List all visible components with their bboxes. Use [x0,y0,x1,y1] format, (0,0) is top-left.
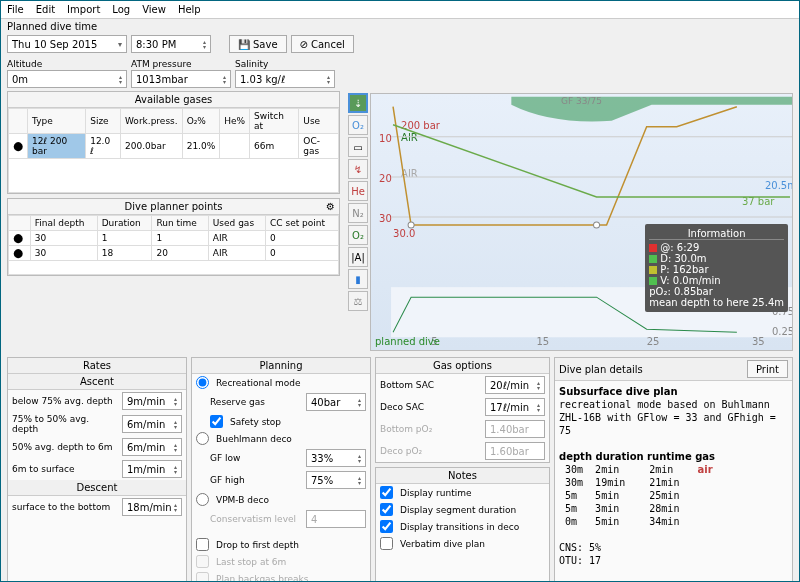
dive-plan-details: Dive plan detailsPrint Subsurface dive p… [554,357,793,582]
tool-tank[interactable]: ▮ [348,269,368,289]
salinity-field[interactable]: 1.03 kg/ℓ▴▾ [235,70,335,88]
deco-po2-field: 1.60bar [485,442,545,460]
gf-low-field[interactable]: 33%▴▾ [306,449,366,467]
table-row[interactable]: ⬤3011AIR0 [9,231,339,246]
svg-text:30: 30 [379,213,392,224]
notes-group: Notes Display runtime Display segment du… [375,467,550,582]
tool-profile[interactable]: ⇣ [348,93,368,113]
reserve-gas-field[interactable]: 40bar▴▾ [306,393,366,411]
check-last-6m [196,555,209,568]
menu-view[interactable]: View [142,4,166,15]
menubar: File Edit Import Log View Help [1,1,799,19]
cylinder-icon: ⬤ [9,134,28,159]
check-verbatim[interactable] [380,537,393,550]
salinity-label: Salinity [235,59,335,69]
save-button[interactable]: 💾Save [229,35,287,53]
conservatism-field: 4 [306,510,366,528]
bottom-po2-field: 1.40bar [485,420,545,438]
rate-75-50[interactable]: 6m/min▴▾ [122,415,182,433]
cancel-button[interactable]: ⊘Cancel [291,35,354,53]
tool-o2[interactable]: O₂ [348,225,368,245]
available-gases-title: Available gases [8,92,339,108]
rate-below75[interactable]: 9m/min▴▾ [122,392,182,410]
planner-points-panel: Dive planner points⚙ Final depthDuration… [7,198,340,276]
chevron-down-icon: ▾ [118,40,122,49]
check-disp-runtime[interactable] [380,486,393,499]
print-button[interactable]: Print [747,360,788,378]
rate-descent[interactable]: 18m/min▴▾ [122,498,182,516]
menu-import[interactable]: Import [67,4,100,15]
gases-table[interactable]: TypeSizeWork.press.O₂%He%Switch atUse ⬤1… [8,108,339,193]
gas-options-group: Gas options Bottom SAC20ℓ/min▴▾ Deco SAC… [375,357,550,463]
svg-text:30.0: 30.0 [393,228,415,239]
check-backgas [196,572,209,582]
check-disp-segment[interactable] [380,503,393,516]
date-combo[interactable]: Thu 10 Sep 2015▾ [7,35,127,53]
atm-field[interactable]: 1013mbar▴▾ [131,70,231,88]
tool-po2[interactable]: O₂ [348,115,368,135]
gf-high-field[interactable]: 75%▴▾ [306,471,366,489]
altitude-label: Altitude [7,59,127,69]
svg-text:35: 35 [752,336,765,347]
tool-ruler[interactable]: |A| [348,247,368,267]
radio-vpmb[interactable] [196,493,209,506]
radio-buehlmann[interactable] [196,432,209,445]
save-icon: 💾 [238,39,250,50]
svg-text:0.25: 0.25 [772,326,792,337]
check-disp-trans [380,520,393,533]
check-safety-stop[interactable] [210,415,223,428]
planned-dive-time-label: Planned dive time [7,21,97,32]
tool-phe[interactable]: ↯ [348,159,368,179]
rates-group: Rates Ascent below 75% avg. depth9m/min▴… [7,357,187,582]
table-row[interactable]: ⬤12ℓ 200 bar12.0 ℓ200.0bar21.0%66mOC-gas [9,134,339,159]
plan-text: Subsurface dive plan recreational mode b… [555,381,792,582]
cancel-icon: ⊘ [300,39,308,50]
svg-point-12 [408,222,414,228]
info-tooltip: Information @: 6:29 D: 30.0m P: 162bar V… [645,224,788,312]
svg-text:15: 15 [536,336,549,347]
svg-text:25: 25 [647,336,660,347]
time-spinner[interactable]: 8:30 PM▴▾ [131,35,211,53]
svg-text:10: 10 [379,133,392,144]
svg-text:planned dive: planned dive [375,336,440,347]
altitude-field[interactable]: 0m▴▾ [7,70,127,88]
profile-toolbar: ⇣ O₂ ▭ ↯ He N₂ O₂ |A| ▮ ⚖ [346,91,370,353]
menu-help[interactable]: Help [178,4,201,15]
planner-points-title: Dive planner points⚙ [8,199,339,215]
dive-profile-chart[interactable]: GF 33/75 10 20 30 200 bar AIR AIR 20.5m … [370,93,793,351]
tool-pn2[interactable]: ▭ [348,137,368,157]
menu-log[interactable]: Log [112,4,130,15]
menu-edit[interactable]: Edit [36,4,55,15]
tool-n2[interactable]: N₂ [348,203,368,223]
gear-icon[interactable]: ⚙ [326,201,335,212]
cylinder-icon: ⬤ [9,246,31,261]
rate-6-surface[interactable]: 1m/min▴▾ [122,460,182,478]
planning-group: Planning Recreational mode Reserve gas40… [191,357,371,582]
gf-label: GF 33/75 [561,96,602,106]
menu-file[interactable]: File [7,4,24,15]
planner-table[interactable]: Final depthDurationRun timeUsed gasCC se… [8,215,339,275]
deco-sac-field[interactable]: 17ℓ/min▴▾ [485,398,545,416]
radio-recreational[interactable] [196,376,209,389]
svg-text:20: 20 [379,173,392,184]
available-gases-panel: Available gases TypeSizeWork.press.O₂%He… [7,91,340,194]
atm-label: ATM pressure [131,59,231,69]
table-row[interactable]: ⬤301820AIR0 [9,246,339,261]
svg-text:37 bar: 37 bar [742,196,775,207]
cylinder-icon: ⬤ [9,231,31,246]
tool-scale[interactable]: ⚖ [348,291,368,311]
svg-text:20.5m: 20.5m [765,180,792,191]
tool-he[interactable]: He [348,181,368,201]
check-drop-first[interactable] [196,538,209,551]
rate-50-6[interactable]: 6m/min▴▾ [122,438,182,456]
svg-point-13 [594,222,600,228]
bottom-sac-field[interactable]: 20ℓ/min▴▾ [485,376,545,394]
